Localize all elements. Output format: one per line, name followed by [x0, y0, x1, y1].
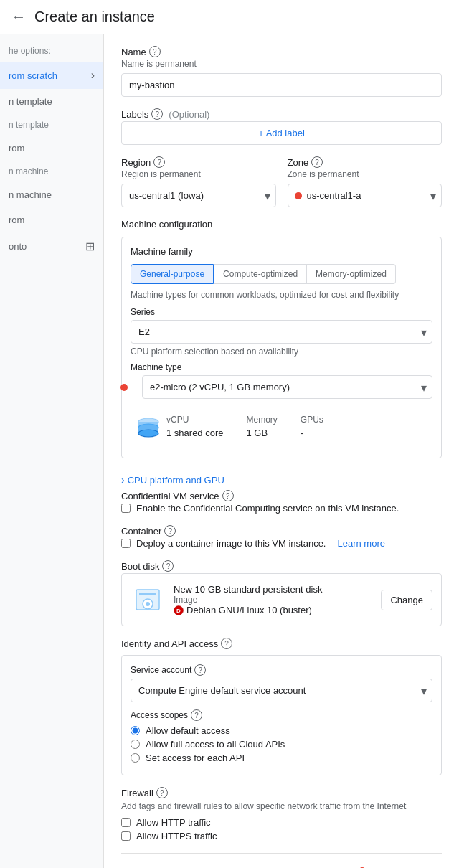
section-divider	[121, 853, 442, 854]
name-input[interactable]	[121, 73, 442, 97]
container-label: Container	[121, 526, 161, 537]
access-scope-each-row: Set access for each API	[131, 753, 432, 763]
firewall-group: Firewall ? Add tags and firewall rules t…	[121, 787, 442, 841]
boot-disk-group: Boot disk ? New 10 GB standard persisten…	[121, 560, 442, 626]
access-scope-full-row: Allow full access to all Cloud APIs	[131, 739, 432, 750]
region-select[interactable]: us-central1 (Iowa)	[121, 184, 276, 207]
svg-point-8	[146, 602, 150, 606]
page-header: ← Create an instance	[0, 0, 459, 34]
boot-disk-box: New 10 GB standard persistent disk Image…	[121, 573, 442, 626]
identity-box: Service account ? Compute Engine default…	[121, 655, 442, 775]
memory-label: Memory	[247, 415, 278, 425]
vcpu-label: vCPU	[166, 415, 224, 425]
back-button[interactable]: ←	[11, 9, 26, 25]
series-select[interactable]: E2	[131, 320, 432, 344]
firewall-desc: Add tags and firewall rules to allow spe…	[121, 801, 442, 811]
svg-text:D: D	[176, 608, 181, 614]
container-checkbox[interactable]	[121, 539, 131, 548]
access-scope-full-radio[interactable]	[131, 740, 140, 749]
sidebar-item-machine[interactable]: n machine	[0, 182, 103, 207]
cpu-icon-svg	[133, 415, 164, 446]
access-scopes-help-icon[interactable]: ?	[191, 709, 202, 721]
name-sublabel: Name is permanent	[121, 59, 442, 69]
confidential-checkbox-label: Enable the Confidential Computing servic…	[136, 503, 399, 514]
disk-icon-svg	[132, 584, 164, 615]
confidential-checkbox-row: Enable the Confidential Computing servic…	[121, 503, 442, 514]
sidebar-item-template[interactable]: n template	[0, 89, 103, 114]
expand-chevron-icon: ›	[121, 474, 125, 486]
machine-family-desc: Machine types for common workloads, opti…	[131, 290, 432, 300]
http-checkbox-row: Allow HTTP traffic	[121, 817, 442, 828]
svg-rect-6	[139, 593, 156, 595]
sidebar-item-label: n machine	[9, 189, 52, 200]
sidebar-item-label: rom	[9, 214, 24, 225]
boot-disk-sub: Image	[174, 595, 372, 605]
labels-group: Labels ? (Optional) + Add label	[121, 108, 442, 145]
service-account-label: Service account ?	[131, 664, 432, 676]
gpus-value: -	[301, 428, 323, 438]
sidebar-item-from-scratch[interactable]: rom scratch ›	[0, 62, 103, 89]
access-scope-default-radio[interactable]	[131, 726, 140, 735]
zone-group: Zone ? Zone is permanent us-central1-a ▾	[288, 156, 443, 207]
name-group: Name ? Name is permanent	[121, 46, 442, 97]
zone-help-icon[interactable]: ?	[311, 156, 323, 168]
container-learn-more-link[interactable]: Learn more	[337, 538, 384, 549]
access-scope-full-label: Allow full access to all Cloud APIs	[146, 739, 285, 750]
name-label: Name	[121, 47, 146, 57]
access-scopes-label: Access scopes ?	[131, 709, 432, 721]
region-group: Region ? Region is permanent us-central1…	[121, 156, 276, 207]
machine-type-status-dot	[120, 384, 128, 391]
sidebar-item-label: rom	[9, 143, 24, 154]
change-boot-disk-button[interactable]: Change	[381, 590, 432, 610]
machine-type-select[interactable]: e2-micro (2 vCPU, 1 GB memory)	[142, 375, 432, 399]
boot-disk-info: New 10 GB standard persistent disk Image…	[174, 584, 372, 615]
cpu-platform-expand[interactable]: › CPU platform and GPU	[121, 470, 442, 490]
mgmt-expand-label: Management, security, disks, networking,…	[129, 866, 354, 869]
boot-disk-label: Boot disk	[121, 561, 159, 572]
sidebar-item-label: rom scratch	[9, 70, 57, 81]
access-scope-each-radio[interactable]	[131, 753, 140, 763]
tab-compute-optimized[interactable]: Compute-optimized	[214, 264, 307, 284]
confidential-help-icon[interactable]: ?	[222, 490, 234, 501]
service-account-select[interactable]: Compute Engine default service account	[131, 679, 432, 702]
labels-help-icon[interactable]: ?	[151, 108, 163, 120]
service-account-help-icon[interactable]: ?	[194, 664, 206, 676]
sidebar-item-from[interactable]: rom	[0, 136, 103, 161]
import-icon: ⊞	[85, 240, 95, 253]
management-expand[interactable]: › Management, security, disks, networkin…	[121, 865, 442, 868]
sidebar-item-from2[interactable]: rom	[0, 207, 103, 232]
firewall-label: Firewall	[121, 788, 153, 798]
access-scope-each-label: Set access for each API	[146, 753, 245, 763]
memory-value: 1 GB	[247, 428, 278, 438]
access-scope-default-row: Allow default access	[131, 725, 432, 736]
firewall-help-icon[interactable]: ?	[156, 787, 168, 798]
confidential-checkbox[interactable]	[121, 504, 131, 513]
https-checkbox[interactable]	[121, 831, 131, 841]
confidential-group: Confidential VM service ? Enable the Con…	[121, 490, 442, 514]
boot-disk-help-icon[interactable]: ?	[162, 560, 174, 572]
add-label-button[interactable]: + Add label	[121, 121, 442, 145]
tab-general-purpose[interactable]: General-purpose	[131, 264, 214, 284]
boot-disk-name: D Debian GNU/Linux 10 (buster)	[174, 605, 372, 615]
zone-status-dot	[295, 192, 302, 199]
http-checkbox[interactable]	[121, 818, 131, 827]
http-checkbox-label: Allow HTTP traffic	[136, 817, 211, 828]
region-help-icon[interactable]: ?	[153, 156, 165, 168]
gpus-label: GPUs	[301, 415, 323, 425]
name-help-icon[interactable]: ?	[149, 46, 161, 57]
identity-help-icon[interactable]: ?	[221, 638, 232, 649]
region-sublabel: Region is permanent	[121, 169, 276, 179]
sidebar-item-onto[interactable]: onto ⊞	[0, 232, 103, 260]
container-help-icon[interactable]: ?	[164, 525, 176, 537]
boot-disk-title: New 10 GB standard persistent disk	[174, 584, 372, 595]
sidebar-section-machine-label: n machine	[0, 161, 103, 182]
access-scope-default-label: Allow default access	[146, 725, 230, 736]
zone-select[interactable]: us-central1-a	[288, 184, 443, 207]
tab-memory-optimized[interactable]: Memory-optimized	[307, 264, 396, 284]
vcpu-col: vCPU 1 shared core	[166, 415, 224, 438]
mgmt-expand-chevron-icon: ›	[121, 865, 125, 868]
cpu-specs: vCPU 1 shared core Memory 1 GB GPUs -	[131, 407, 432, 449]
labels-optional: (Optional)	[169, 109, 209, 120]
machine-type-label: Machine type	[131, 362, 432, 372]
cpu-specs-cols: vCPU 1 shared core Memory 1 GB GPUs -	[166, 415, 323, 446]
